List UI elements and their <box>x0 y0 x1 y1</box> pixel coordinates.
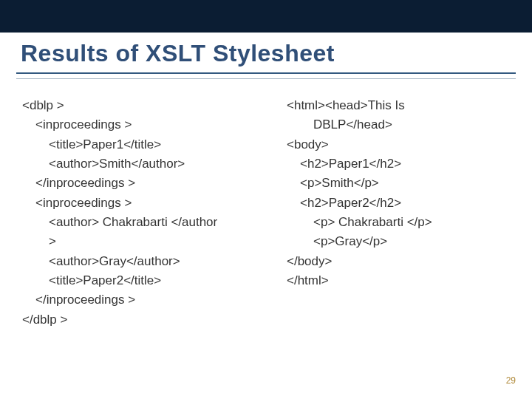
code-line: <p>Smith</p> <box>287 174 510 193</box>
content-columns: <dblp > <inproceedings > <title>Paper1</… <box>22 96 510 330</box>
slide-title: Results of XSLT Stylesheet <box>21 40 335 67</box>
code-line: <author> Chakrabarti </author <box>22 213 266 232</box>
code-line: <title>Paper1</title> <box>22 135 266 154</box>
page-number: 29 <box>506 375 516 386</box>
title-underline <box>16 72 516 79</box>
code-line: </body> <box>287 252 510 271</box>
xml-input-column: <dblp > <inproceedings > <title>Paper1</… <box>22 96 266 330</box>
code-line: </dblp > <box>22 310 266 330</box>
code-line: <p>Gray</p> <box>287 232 510 251</box>
code-line: <p> Chakrabarti </p> <box>287 213 510 232</box>
top-bar <box>0 0 532 33</box>
slide: Results of XSLT Stylesheet <dblp > <inpr… <box>0 0 532 399</box>
code-line: <inproceedings > <box>22 194 266 213</box>
code-line: </html> <box>287 271 510 290</box>
code-line: <dblp > <box>22 96 266 115</box>
code-line: > <box>22 232 266 251</box>
code-line: <inproceedings > <box>22 115 266 134</box>
html-output-column: <html><head>This Is DBLP</head> <body> <… <box>287 96 510 330</box>
code-line: <author>Smith</author> <box>22 154 266 174</box>
code-line: <h2>Paper1</h2> <box>287 154 510 174</box>
code-line: </inproceedings > <box>22 174 266 193</box>
code-line: </inproceedings > <box>22 290 266 310</box>
code-line: <body> <box>287 135 510 154</box>
code-line: DBLP</head> <box>287 115 510 134</box>
code-line: <title>Paper2</title> <box>22 271 266 290</box>
code-line: <author>Gray</author> <box>22 252 266 271</box>
code-line: <h2>Paper2</h2> <box>287 194 510 213</box>
code-line: <html><head>This Is <box>287 96 510 115</box>
